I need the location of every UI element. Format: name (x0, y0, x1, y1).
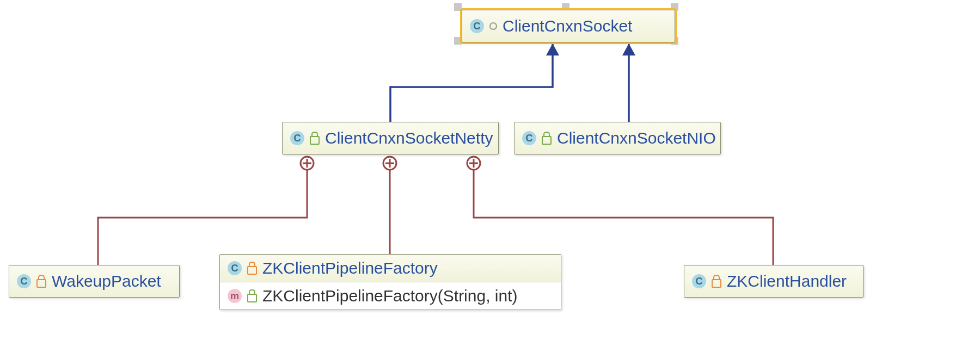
class-label: ClientCnxnSocketNIO (557, 129, 716, 147)
package-visibility-icon (247, 294, 257, 302)
class-node-zkclienthandler[interactable]: C ZKClientHandler (684, 265, 863, 298)
package-visibility-icon (310, 136, 320, 145)
svg-marker-0 (546, 44, 559, 55)
inner-edge-handler (474, 163, 773, 265)
private-visibility-icon (712, 279, 721, 288)
class-node-wakeuppacket[interactable]: C WakeupPacket (9, 265, 180, 298)
class-node-zkclientpipelinefactory[interactable]: C ZKClientPipelineFactory m ZKClientPipe… (219, 254, 561, 310)
class-icon: C (522, 131, 536, 145)
class-node-clientcnxnsocket[interactable]: C ClientCnxnSocket (462, 10, 675, 42)
class-label: ZKClientPipelineFactory (262, 259, 438, 277)
class-icon: C (692, 274, 706, 288)
svg-point-2 (301, 157, 314, 170)
abstract-marker-icon (489, 22, 497, 30)
class-title-row[interactable]: C ZKClientPipelineFactory (220, 255, 561, 282)
svg-point-5 (383, 157, 396, 170)
class-icon: C (228, 261, 242, 275)
class-label: ZKClientHandler (727, 272, 847, 291)
class-label: ClientCnxnSocketNetty (325, 129, 493, 147)
selection-handle[interactable] (454, 37, 462, 45)
method-label: ZKClientPipelineFactory(String, int) (262, 287, 518, 305)
class-label: ClientCnxnSocket (503, 17, 632, 35)
svg-point-8 (467, 157, 480, 170)
inner-edge-wakeup (98, 163, 307, 265)
package-visibility-icon (542, 136, 552, 145)
class-node-clientcnxnsocketnio[interactable]: C ClientCnxnSocketNIO (514, 122, 721, 155)
class-icon: C (470, 19, 484, 33)
private-visibility-icon (36, 279, 46, 288)
method-icon: m (228, 289, 242, 303)
class-label: WakeupPacket (52, 272, 161, 291)
private-visibility-icon (247, 266, 257, 275)
svg-marker-1 (622, 44, 635, 55)
method-row[interactable]: m ZKClientPipelineFactory(String, int) (220, 282, 561, 310)
class-icon: C (290, 131, 304, 145)
selection-handle[interactable] (454, 3, 462, 11)
class-node-clientcnxnsocketnetty[interactable]: C ClientCnxnSocketNetty (282, 122, 499, 155)
inherit-edge-netty (390, 44, 553, 122)
class-icon: C (17, 274, 31, 288)
